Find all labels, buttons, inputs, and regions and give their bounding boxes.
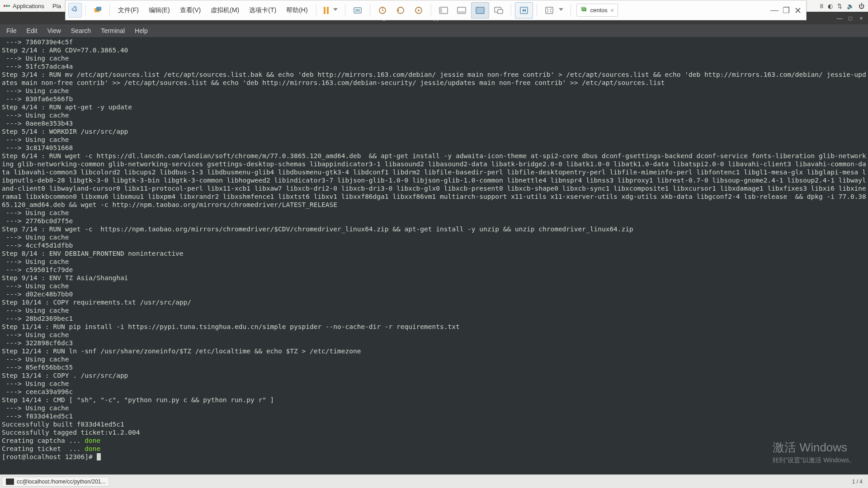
gnome-bottom-bar: cc@localhost:/home/cc/python/201... 1 / … [0,474,868,488]
manage-snapshot-icon [414,5,424,15]
places-menu[interactable]: Pla [52,3,61,9]
term-menu-help[interactable]: Help [130,25,152,36]
term-menu-edit[interactable]: Edit [22,25,42,36]
revert-icon [396,5,406,15]
vm-tab-label: centos [590,7,608,14]
vm-close-button[interactable] [793,5,803,16]
pin-button[interactable] [68,3,82,18]
layout-bottom-icon [457,5,467,15]
network-icon[interactable]: ⇅ [837,3,842,9]
vm-pause-button[interactable] [320,4,341,17]
svg-rect-6 [355,9,360,12]
term-menu-search[interactable]: Search [66,25,95,36]
chevron-down-icon [559,8,563,13]
terminal-maximize-button[interactable]: □ [845,14,855,23]
send-keys-icon [353,5,363,15]
vm-revert-button[interactable] [392,3,409,18]
apps-icon [4,3,10,9]
terminal-menubar: File Edit View Search Terminal Help [0,24,868,37]
vm-menu-tabs[interactable]: 选项卡(T) [245,4,281,17]
workspace-indicator[interactable]: 1 / 4 [849,478,866,486]
vm-menu-edit[interactable]: 编辑(E) [144,4,175,17]
vm-menu-file[interactable]: 文件(F) [113,4,143,17]
taskbar-item-label: cc@localhost:/home/cc/python/201... [17,479,105,485]
svg-rect-1 [6,5,8,7]
terminal-minimize-button[interactable]: — [835,14,844,23]
vm-view-mode-2[interactable] [453,3,470,18]
svg-rect-15 [476,7,484,14]
snapshot-icon [377,5,387,15]
pause-icon [324,7,329,14]
vm-tab-centos[interactable]: centos × [576,4,618,17]
vm-manage-snapshot-button[interactable] [410,3,427,18]
centos-icon [580,6,588,14]
vm-unity-button[interactable] [515,2,533,19]
svg-rect-0 [4,5,5,7]
vm-minimize-button[interactable]: — [769,5,780,16]
svg-rect-2 [8,5,10,7]
cursor [97,453,101,460]
term-menu-file[interactable]: File [2,25,21,36]
terminal-prompt: [root@localhost 12306]# [2,453,97,460]
svg-rect-19 [546,7,553,14]
vm-restore-button[interactable]: ❐ [781,5,792,16]
line-creating-ticket: Creating ticket ... done [2,445,100,452]
tray-badge[interactable]: 8 [820,3,823,9]
layout-full-icon [475,5,485,15]
vm-fit-button[interactable] [541,3,567,18]
power-icon[interactable]: ⏻ [859,3,864,9]
svg-rect-4 [96,7,101,11]
terminal-output: ---> 7360739e4c5f Step 2/14 : ARG CDV=77… [2,38,866,436]
terminal-close-button[interactable]: × [856,14,866,23]
vm-snapshot-button[interactable] [374,3,391,18]
vm-menu-help[interactable]: 帮助(H) [282,4,312,17]
vmware-toolbar: 文件(F) 编辑(E) 查看(V) 虚拟机(M) 选项卡(T) 帮助(H) [65,0,807,20]
layout-left-icon [439,5,448,15]
svg-rect-21 [581,7,585,10]
svg-rect-12 [439,7,442,14]
svg-rect-14 [458,11,466,14]
svg-point-10 [418,9,420,11]
terminal-window: cc@localhost:/home/cc/python/20191225/12… [0,12,868,474]
svg-rect-17 [498,9,503,14]
vm-view-mode-3-active[interactable] [471,2,489,19]
vm-home-button[interactable] [90,3,106,18]
close-icon[interactable]: × [610,7,614,14]
volume-icon[interactable]: 🔉 [847,3,854,9]
vm-send-ctrl-alt-del-button[interactable] [349,3,366,18]
applications-label: Applications [13,3,44,9]
vm-view-mode-1[interactable] [435,3,452,18]
fit-icon [544,5,554,15]
taskbar-item-terminal[interactable]: cc@localhost:/home/cc/python/201... [2,477,109,487]
vm-view-mode-4[interactable] [490,3,507,18]
vm-menu-view[interactable]: 查看(V) [175,4,206,17]
unity-icon [519,5,529,15]
layout-popout-icon [494,5,504,15]
chevron-down-icon [333,8,338,13]
line-creating-captcha: Creating captcha ... done [2,437,100,444]
term-menu-view[interactable]: View [43,25,66,36]
terminal-task-icon [6,479,14,485]
vm-menu-vm[interactable]: 虚拟机(M) [206,4,244,17]
applications-menu[interactable]: Applications [4,3,44,9]
terminal-body[interactable]: ---> 7360739e4c5f Step 2/14 : ARG CDV=77… [0,37,868,474]
term-menu-terminal[interactable]: Terminal [96,25,129,36]
night-icon[interactable]: ◐ [828,3,833,9]
